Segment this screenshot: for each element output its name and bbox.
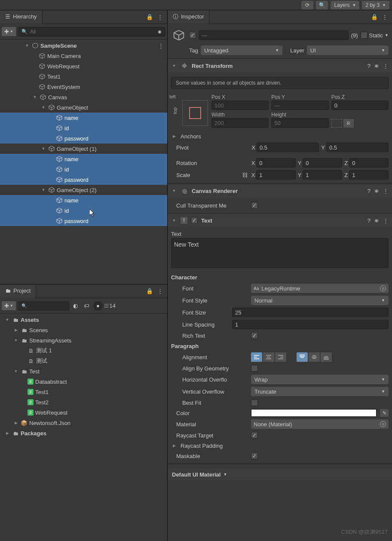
tree-item[interactable]: ▼GameObject (1) [0,144,167,154]
tree-item[interactable]: id [0,123,167,133]
material-field[interactable]: None (Material)⊙ [251,419,389,429]
tree-item[interactable]: EventSystem [0,82,167,92]
foldout-icon[interactable]: ▼ [32,94,38,100]
tree-item[interactable]: 🗎测试 [0,356,167,366]
tree-item[interactable]: WebRequest [0,61,167,71]
tree-item[interactable]: #Test2 [0,397,167,407]
packages-folder[interactable]: ▶🖿Packages [0,428,167,438]
component-menu-icon[interactable]: ⋮ [383,217,389,224]
foldout-icon[interactable]: ▼ [4,317,10,323]
align-geom-checkbox[interactable] [251,365,258,372]
scale-y-input[interactable] [303,170,342,180]
object-picker-icon[interactable]: ⊙ [380,285,386,291]
tree-item[interactable]: ▼GameObject [0,102,167,113]
help-icon[interactable]: ? [368,188,371,194]
anchors-foldout-icon[interactable]: ▶ [171,133,177,139]
tree-item[interactable]: id [0,205,167,216]
align-top-button[interactable] [297,352,308,362]
scale-z-input[interactable] [349,170,389,180]
tree-item[interactable]: Main Camera [0,51,167,61]
posy-input[interactable] [271,101,328,110]
tag-icon[interactable]: 🏷 [82,303,92,309]
font-field[interactable]: AaLegacyRuntime⊙ [251,284,389,293]
tree-item[interactable]: ▶📦Newtonsoft.Json [0,418,167,428]
cull-checkbox[interactable] [251,202,258,209]
blueprint-mode-button[interactable] [331,119,342,128]
text-value-textarea[interactable] [171,238,389,268]
component-menu-icon[interactable]: ⋮ [383,188,389,194]
foldout-icon[interactable]: ▶ [13,327,19,333]
foldout-icon[interactable]: ▼ [40,104,46,110]
foldout-icon[interactable]: ▶ [13,420,19,426]
layout-dropdown[interactable]: 2 by 3▼ [362,1,389,9]
v-overflow-dropdown[interactable]: Truncate▼ [251,387,389,396]
font-style-dropdown[interactable]: Normal▼ [251,296,389,305]
toolbar-btn-2[interactable]: 🔍 [316,1,328,9]
raw-edit-button[interactable]: R [343,119,354,128]
tree-item[interactable]: name [0,113,167,123]
h-overflow-dropdown[interactable]: Wrap▼ [251,375,389,384]
active-checkbox[interactable] [189,32,196,39]
tree-item[interactable]: id [0,164,167,174]
tree-item[interactable]: ▼Canvas [0,92,167,102]
scene-row[interactable]: ▼ SampleScene ⋮ [0,40,167,51]
tree-item[interactable]: ▼🖿StreamingAssets [0,335,167,345]
lock-icon[interactable]: 🔒 [371,14,378,20]
scene-menu-icon[interactable]: ⋮ [158,43,164,49]
layers-dropdown[interactable]: Layers▼ [331,1,359,9]
component-foldout-icon[interactable]: ▼ [171,188,177,194]
align-middle-button[interactable] [309,352,320,362]
align-right-button[interactable] [275,352,286,362]
project-search[interactable]: 🔍 ◉ [18,301,69,311]
rot-y-input[interactable] [303,158,342,168]
assets-folder[interactable]: ▼🖿Assets [0,315,167,325]
preset-icon[interactable]: ⛯ [374,217,380,224]
project-tab[interactable]: 🖿 Project [0,284,36,298]
maskable-checkbox[interactable] [251,452,258,459]
tree-item[interactable]: password [0,174,167,185]
pivot-x-input[interactable] [257,143,319,152]
hierarchy-tab[interactable]: ☰ Hierarchy [0,10,43,24]
height-input[interactable] [271,118,328,128]
posx-input[interactable] [211,101,269,110]
tree-item[interactable]: ▼🖿Test [0,366,167,376]
menu-icon[interactable]: ⋮ [157,288,163,294]
gameobject-icon[interactable] [171,28,187,43]
tree-item[interactable]: #Dataabstract [0,376,167,387]
foldout-icon[interactable]: ▼ [13,368,19,374]
font-size-input[interactable] [232,308,389,317]
posz-input[interactable] [331,101,389,110]
component-enabled-checkbox[interactable] [191,217,198,224]
tree-item[interactable]: password [0,133,167,144]
toolbar-btn-1[interactable]: ⟳ [301,1,313,9]
help-icon[interactable]: ? [368,63,371,69]
preset-icon[interactable]: ⛯ [374,188,380,194]
component-foldout-icon[interactable]: ▼ [171,63,177,69]
line-spacing-input[interactable] [232,320,389,329]
foldout-icon[interactable]: ▼ [24,43,30,49]
scale-x-input[interactable] [256,170,296,180]
tree-item[interactable]: name [0,154,167,164]
tree-item[interactable]: 🗎测试 1 [0,345,167,356]
help-icon[interactable]: ? [368,217,371,224]
lock-icon[interactable]: 🔒 [146,14,153,20]
tree-item[interactable]: password [0,216,167,226]
best-fit-checkbox[interactable] [251,399,258,406]
tree-item[interactable]: name [0,195,167,205]
inspector-tab[interactable]: ⓘ Inspector [168,10,209,24]
search-input[interactable] [30,29,155,35]
menu-icon[interactable]: ⋮ [382,14,388,20]
rich-text-checkbox[interactable] [251,332,258,339]
material-foldout-icon[interactable]: ▼ [223,472,227,477]
search-mode-icon[interactable]: ◉ [158,29,162,34]
component-foldout-icon[interactable]: ▼ [171,217,177,223]
tree-item[interactable]: ▶🖿Scenes [0,325,167,335]
add-button[interactable]: ✚ ▼ [2,301,16,310]
raycast-foldout-icon[interactable]: ▶ [171,443,177,449]
foldout-icon[interactable]: ▼ [40,187,46,193]
raycast-checkbox[interactable] [251,432,258,439]
save-icon[interactable]: ● [93,301,103,311]
tree-item[interactable]: Test1 [0,71,167,82]
layer-dropdown[interactable]: UI▼ [307,46,389,55]
tree-item[interactable]: ▼GameObject (2) [0,185,167,195]
